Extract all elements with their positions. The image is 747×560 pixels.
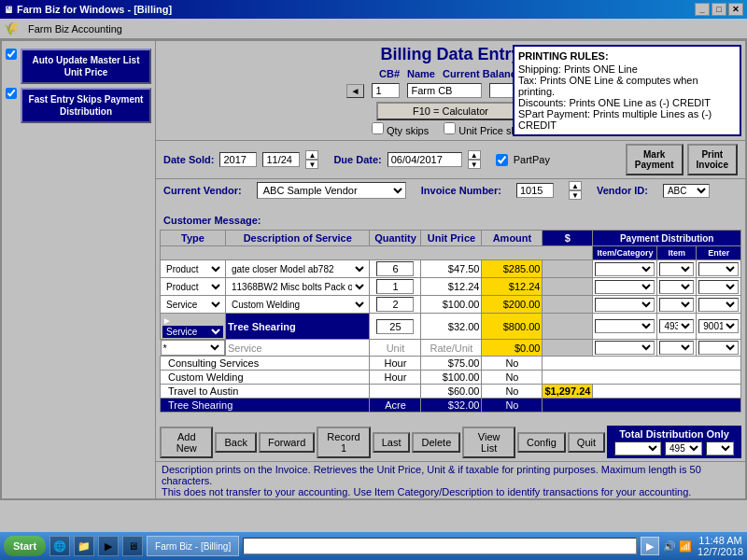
total-dist-val-select[interactable]: 495 <box>665 441 702 455</box>
date-down-btn[interactable]: ▼ <box>305 160 318 169</box>
row2-type-select[interactable]: Product <box>162 281 223 293</box>
date-up-btn[interactable]: ▲ <box>305 150 318 160</box>
add-new-button[interactable]: Add New <box>160 427 213 458</box>
row3-item[interactable] <box>659 298 694 312</box>
row3-amount: $200.00 <box>482 296 543 314</box>
qty-skips-checkbox[interactable] <box>372 122 384 134</box>
row1-qty[interactable] <box>370 260 421 278</box>
taskbar-folder-icon[interactable]: 📁 <box>74 536 94 556</box>
row1-type-select[interactable]: Product <box>162 263 223 275</box>
row4-item[interactable]: 493 <box>659 319 694 333</box>
service-list-row: Travel to Austin $60.00 No $1,297.24 <box>161 385 741 399</box>
row5-enter[interactable] <box>698 341 739 355</box>
total-dist-area: Total Distribution Only 495 <box>607 426 741 458</box>
address-go-button[interactable]: ▶ <box>641 537 659 555</box>
fast-entry-row: Fast Entry Skips Payment Distribution <box>6 88 151 123</box>
delete-button[interactable]: Delete <box>412 432 460 453</box>
service-custom-welding[interactable]: Custom Welding <box>161 371 370 385</box>
mark-payment-button[interactable]: Mark Payment <box>626 144 684 175</box>
cb-number-input[interactable] <box>372 83 400 98</box>
row4-qty[interactable] <box>370 314 421 340</box>
row4-item-cat[interactable] <box>595 319 655 333</box>
calculator-button[interactable]: F10 = Calculator <box>376 102 526 120</box>
service-tree-shearing[interactable]: Tree Shearing <box>161 399 370 413</box>
enter-header: Enter <box>697 246 741 260</box>
row2-amount: $12.24 <box>482 278 543 296</box>
row1-item-cat[interactable] <box>595 262 655 276</box>
taskbar-ie-icon[interactable]: 🌐 <box>49 536 70 556</box>
row1-enter[interactable] <box>698 262 739 276</box>
window-title: Farm Biz for Windows - [Billing] <box>17 4 172 15</box>
auto-update-checkbox[interactable] <box>6 49 17 60</box>
row4-enter[interactable]: 9001 <box>698 319 739 333</box>
config-button[interactable]: Config <box>517 432 566 453</box>
part-pay-checkbox[interactable] <box>496 154 508 166</box>
menu-farm-biz[interactable]: Farm Biz Accounting <box>22 21 128 36</box>
quit-button[interactable]: Quit <box>568 432 605 453</box>
payment-dist-header: Payment Distribution <box>593 231 741 246</box>
vendor-id-select[interactable]: ABC <box>663 184 710 198</box>
fast-entry-button[interactable]: Fast Entry Skips Payment Distribution <box>21 88 151 123</box>
total-dist-label: Total Distribution Only <box>614 428 734 440</box>
auto-update-button[interactable]: Auto Update Master List Unit Price <box>21 49 151 84</box>
minimize-button[interactable]: _ <box>695 3 710 16</box>
amount-header: Amount <box>482 231 543 246</box>
close-button[interactable]: ✕ <box>728 3 743 16</box>
row1-item[interactable] <box>659 262 694 276</box>
left-panel: Auto Update Master List Unit Price Fast … <box>2 41 156 498</box>
row3-item-cat[interactable] <box>595 298 655 312</box>
due-date-up-btn[interactable]: ▲ <box>468 150 481 160</box>
invoice-up-btn[interactable]: ▲ <box>569 181 582 190</box>
row5-type-select[interactable] <box>169 342 222 354</box>
row4-type-select[interactable]: Service <box>162 326 223 338</box>
invoice-number-input[interactable] <box>516 183 554 198</box>
row2-enter[interactable] <box>698 280 739 294</box>
nav-arrow-left[interactable]: ◄ <box>346 84 365 98</box>
back-button[interactable]: Back <box>215 432 256 453</box>
date-day-input[interactable] <box>262 152 300 167</box>
content-area: Auto Update Master List Unit Price Fast … <box>2 41 745 498</box>
row3-enter[interactable] <box>698 298 739 312</box>
start-button[interactable]: Start <box>4 536 46 556</box>
record-button[interactable]: Record 1 <box>317 427 370 458</box>
taskbar-app-icon[interactable]: 🖥 <box>122 536 143 556</box>
address-input[interactable] <box>243 538 637 554</box>
forward-button[interactable]: Forward <box>259 432 315 453</box>
row2-item-cat[interactable] <box>595 280 655 294</box>
row2-desc-select[interactable]: 11368BW2 Misc bolts Pack of 8 <box>228 281 367 293</box>
clock: 11:48 AM 12/7/2018 <box>698 535 743 557</box>
taskbar-billing-item[interactable]: Farm Biz - [Billing] <box>147 536 239 556</box>
print-invoice-button[interactable]: Print Invoice <box>687 144 738 175</box>
unit-price-skips-checkbox[interactable] <box>444 122 456 134</box>
row1-desc-select[interactable]: gate closer Model ab782 <box>228 263 367 275</box>
travel-amount: $1,297.24 <box>543 385 593 399</box>
vendor-id-label: Vendor ID: <box>597 185 648 196</box>
row5-desc: Service <box>226 340 370 357</box>
current-vendor-label: Current Vendor: <box>163 185 242 196</box>
row5-item[interactable] <box>659 341 694 355</box>
taskbar-media-icon[interactable]: ▶ <box>98 536 119 556</box>
due-date-down-btn[interactable]: ▼ <box>468 160 481 169</box>
printing-rule-2: Tax: Prints ONE Line & computes when pri… <box>518 75 736 97</box>
total-dist-enter-select[interactable] <box>706 441 734 455</box>
invoice-down-btn[interactable]: ▼ <box>569 190 582 200</box>
row3-type-select[interactable]: Service <box>162 299 223 311</box>
last-button[interactable]: Last <box>373 432 411 453</box>
view-list-button[interactable]: View List <box>462 427 515 458</box>
vendor-select[interactable]: ABC Sample Vendor <box>257 182 406 199</box>
date-year-input[interactable] <box>219 152 257 167</box>
service-consulting[interactable]: Consulting Services <box>161 357 370 371</box>
maximize-button[interactable]: □ <box>712 3 726 16</box>
due-date-input[interactable] <box>388 152 462 167</box>
service-travel[interactable]: Travel to Austin <box>161 385 370 399</box>
row2-item[interactable] <box>659 280 694 294</box>
row5-item-cat[interactable] <box>595 341 655 355</box>
fast-entry-checkbox[interactable] <box>6 88 17 99</box>
total-dist-cat-select[interactable] <box>614 441 661 455</box>
row1-unit-price: $47.50 <box>421 260 482 278</box>
cb-name-input[interactable] <box>407 83 482 98</box>
row5-star: * <box>163 343 167 354</box>
row3-desc-select[interactable]: Custom Welding <box>228 299 367 311</box>
qty-skips-label: Qty skips <box>372 122 429 136</box>
printing-rule-3: Discounts: Prints ONE Line as (-) CREDIT <box>518 97 736 108</box>
